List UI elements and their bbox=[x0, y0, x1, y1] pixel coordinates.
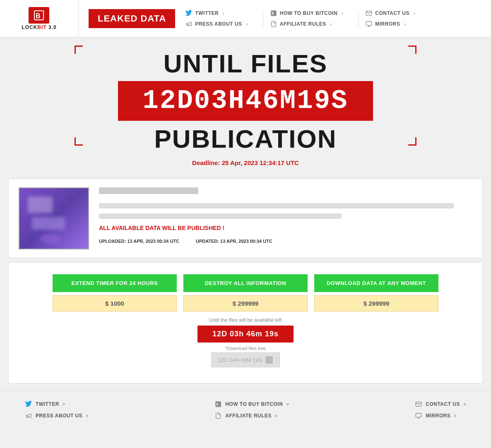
price-destroy: $ 299999 bbox=[183, 295, 308, 311]
updated-value: 13 APR, 2023 00:34 UTC bbox=[220, 239, 272, 244]
footer-col-1: TWITTER > PRESS ABOUT US > bbox=[25, 400, 89, 419]
nav-col-2: ₿ HOW TO BUY BITCOIN › AFFILIATE RULES › bbox=[270, 10, 343, 28]
nav-press[interactable]: PRESS ABOUT US › bbox=[185, 20, 248, 28]
updated-label: UPDATED: bbox=[196, 239, 219, 244]
svg-text:B: B bbox=[36, 12, 41, 19]
svg-text:₿: ₿ bbox=[216, 403, 219, 407]
nav-twitter-arrow: › bbox=[223, 11, 224, 16]
footer-press[interactable]: PRESS ABOUT US > bbox=[25, 412, 89, 419]
nav-mirrors-label: MIRRORS bbox=[375, 21, 400, 27]
card-thumbnail bbox=[19, 187, 89, 249]
footer-how-to-buy-label: HOW TO BUY BITCOIN bbox=[225, 401, 283, 407]
monitor-icon bbox=[365, 20, 373, 28]
footer-mirrors-arrow: > bbox=[454, 413, 457, 418]
nav-press-label: PRESS ABOUT US bbox=[195, 21, 242, 27]
price-row: $ 1000 $ 299999 $ 299999 bbox=[21, 295, 470, 311]
corner-bracket-tl bbox=[75, 46, 83, 54]
svg-rect-9 bbox=[416, 413, 421, 417]
countdown-section: Until the files will be available left 1… bbox=[21, 311, 470, 371]
uploaded-value: 13 APR, 2023 00:34 UTC bbox=[127, 239, 179, 244]
document-icon bbox=[270, 20, 277, 28]
main-nav: TWITTER › PRESS ABOUT US › ₿ HOW TO BUY … bbox=[185, 10, 491, 28]
nav-affiliate-arrow: › bbox=[330, 22, 332, 26]
nav-how-arrow: › bbox=[342, 11, 343, 16]
nav-contact-arrow: › bbox=[414, 11, 415, 16]
footer-mirrors[interactable]: MIRRORS > bbox=[415, 412, 466, 419]
countdown-sub-label: *Download files tree bbox=[21, 346, 470, 351]
svg-text:₿: ₿ bbox=[272, 11, 274, 15]
logo-svg: B bbox=[33, 9, 45, 22]
hero-deadline: Deadline: 25 Apr, 2023 12:34:17 UTC bbox=[0, 159, 491, 175]
nav-twitter-label: TWITTER bbox=[195, 10, 219, 16]
destroy-info-button[interactable]: DESTROY ALL INFORMATION bbox=[183, 274, 308, 292]
footer-contact-arrow: > bbox=[463, 402, 466, 407]
nav-contact[interactable]: CONTACT US › bbox=[365, 10, 415, 17]
footer-affiliate-arrow: > bbox=[275, 413, 278, 418]
countdown-sub-value: 12D 04H 46M 19S bbox=[211, 352, 280, 367]
bitcoin-icon: ₿ bbox=[270, 10, 277, 17]
nav-mirrors[interactable]: MIRRORS › bbox=[365, 20, 415, 28]
price-extend: $ 1000 bbox=[53, 295, 177, 311]
nav-twitter[interactable]: TWITTER › bbox=[185, 10, 248, 17]
logo-area: B LOCKBIT 3.0 bbox=[0, 0, 79, 37]
victim-card: ALL AVAILABLE DATA WILL BE PUBLISHED ! U… bbox=[8, 179, 483, 258]
countdown-label: Until the files will be available left bbox=[21, 317, 470, 323]
footer-megaphone-icon bbox=[25, 412, 32, 419]
card-uploaded: UPLOADED: 13 APR, 2023 00:34 UTC bbox=[99, 239, 179, 244]
card-desc-line1 bbox=[99, 203, 454, 208]
footer-how-arrow: > bbox=[286, 402, 289, 407]
footer-contact-label: CONTACT US bbox=[426, 401, 460, 407]
hero-timer: 12D03H46M19S bbox=[143, 86, 349, 116]
card-title-blurred bbox=[99, 187, 198, 194]
nav-how-to-buy[interactable]: ₿ HOW TO BUY BITCOIN › bbox=[270, 10, 343, 17]
price-download: $ 299999 bbox=[314, 295, 438, 311]
footer-how-to-buy[interactable]: ₿ HOW TO BUY BITCOIN > bbox=[214, 400, 289, 408]
nav-mirrors-arrow: › bbox=[404, 22, 406, 26]
nav-col-3: CONTACT US › MIRRORS › bbox=[365, 10, 415, 28]
footer-monitor-icon bbox=[415, 412, 422, 419]
footer-twitter[interactable]: TWITTER > bbox=[25, 400, 89, 408]
envelope-icon bbox=[365, 10, 373, 17]
footer-envelope-icon bbox=[415, 400, 422, 408]
nav-affiliate[interactable]: AFFILIATE RULES › bbox=[270, 20, 343, 28]
footer-mirrors-label: MIRRORS bbox=[426, 413, 450, 419]
card-desc-line2 bbox=[99, 213, 342, 219]
nav-sep-1 bbox=[263, 10, 263, 27]
nav-col-1: TWITTER › PRESS ABOUT US › bbox=[185, 10, 248, 28]
footer-contact[interactable]: CONTACT US > bbox=[415, 400, 466, 408]
card-content: ALL AVAILABLE DATA WILL BE PUBLISHED ! U… bbox=[99, 187, 472, 249]
footer-twitter-arrow: > bbox=[63, 402, 65, 407]
hero-publication-text: PUBLICATION bbox=[0, 124, 491, 153]
corner-bracket-br bbox=[408, 137, 416, 146]
calendar-icon bbox=[265, 356, 273, 364]
actions-card: EXTEND TIMER FOR 24 HOURS DESTROY ALL IN… bbox=[8, 262, 483, 383]
nav-how-to-buy-label: HOW TO BUY BITCOIN bbox=[280, 10, 337, 16]
corner-bracket-tr bbox=[408, 46, 416, 54]
footer-affiliate-label: AFFILIATE RULES bbox=[225, 413, 272, 419]
footer-press-label: PRESS ABOUT US bbox=[36, 413, 82, 419]
footer-document-icon bbox=[214, 412, 222, 419]
nav-press-arrow: › bbox=[246, 22, 248, 26]
megaphone-icon bbox=[185, 20, 193, 28]
hero-timer-box: 12D03H46M19S bbox=[118, 81, 373, 121]
twitter-icon bbox=[185, 10, 193, 17]
card-updated: UPDATED: 13 APR, 2023 00:34 UTC bbox=[196, 239, 272, 244]
download-data-button[interactable]: DOWNLOAD DATA AT ANY MOMENT bbox=[314, 274, 438, 292]
leaked-data-badge: LEAKED DATA bbox=[89, 9, 175, 28]
footer-col-3: CONTACT US > MIRRORS > bbox=[415, 400, 466, 419]
corner-bracket-bl bbox=[75, 137, 83, 146]
footer-bitcoin-icon: ₿ bbox=[214, 400, 222, 408]
footer-affiliate[interactable]: AFFILIATE RULES > bbox=[214, 412, 289, 419]
header: B LOCKBIT 3.0 LEAKED DATA TWITTER › bbox=[0, 0, 491, 37]
extend-timer-button[interactable]: EXTEND TIMER FOR 24 HOURS bbox=[53, 274, 177, 292]
uploaded-label: UPLOADED: bbox=[99, 239, 126, 244]
nav-sep-2 bbox=[358, 10, 359, 27]
footer: TWITTER > PRESS ABOUT US > ₿ HOW TO BUY … bbox=[0, 390, 491, 429]
nav-affiliate-label: AFFILIATE RULES bbox=[280, 21, 326, 27]
countdown-sub-text: 12D 04H 46M 19S bbox=[218, 357, 262, 363]
svg-rect-4 bbox=[366, 22, 372, 25]
footer-twitter-icon bbox=[25, 400, 32, 408]
footer-twitter-label: TWITTER bbox=[36, 401, 59, 407]
card-meta: UPLOADED: 13 APR, 2023 00:34 UTC UPDATED… bbox=[99, 239, 472, 244]
card-warning: ALL AVAILABLE DATA WILL BE PUBLISHED ! bbox=[99, 225, 472, 231]
